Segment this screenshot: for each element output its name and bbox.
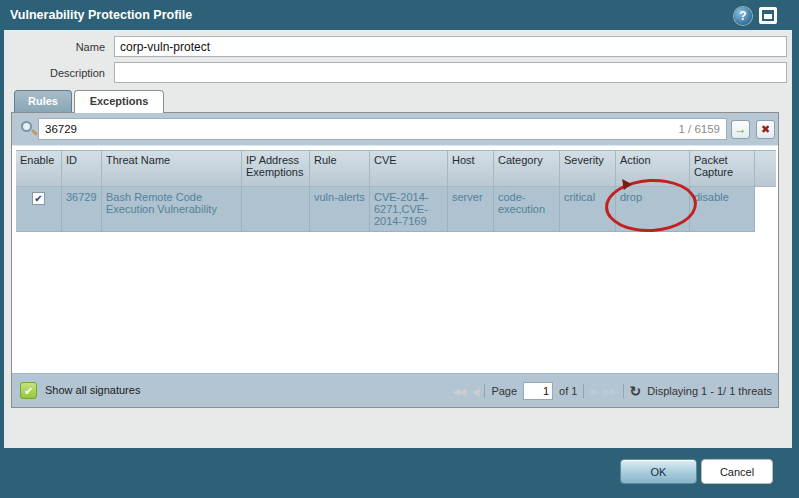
table-header-row: Enable ID Threat Name IP Address Exempti… [16,150,776,187]
ok-button[interactable]: OK [620,459,697,484]
column-header-enable[interactable]: Enable [16,151,62,186]
table-row[interactable]: ✔ 36729 Bash Remote Code Execution Vulne… [16,187,776,232]
cell-packet-capture: disable [690,187,755,232]
column-header-packet-capture[interactable]: Packet Capture [690,151,755,186]
column-header-spacer [755,151,776,186]
page-of-label: of 1 [559,385,577,397]
exceptions-panel: 36729 1 / 6159 → ✖ Enable ID Threat Name… [11,112,779,408]
last-page-icon[interactable]: ▶▶ [603,386,616,397]
window-restore-icon[interactable] [759,7,777,24]
name-label: Name [4,36,105,58]
cell-threat-name: Bash Remote Code Execution Vulnerability [102,187,242,232]
search-value: 36729 [45,123,77,135]
pager-divider [583,384,584,398]
first-page-icon[interactable]: ◀◀ [452,386,465,397]
help-icon[interactable]: ? [734,7,752,25]
search-icon [21,121,32,132]
cell-ip-address-exemptions [242,187,310,232]
cell-category: code-execution [494,187,560,232]
exceptions-table: Enable ID Threat Name IP Address Exempti… [16,150,776,232]
dialog-footer: OK Cancel [0,448,799,498]
column-header-action[interactable]: Action [616,151,690,186]
displaying-status: Displaying 1 - 1/ 1 threats [647,385,772,397]
search-clear-button[interactable]: ✖ [756,120,775,139]
search-input[interactable]: 36729 1 / 6159 [38,118,727,140]
show-all-signatures-label: Show all signatures [45,384,140,396]
column-header-host[interactable]: Host [448,151,494,186]
show-all-signatures-checkbox[interactable]: ✔ [20,382,37,399]
search-result-count: 1 / 6159 [678,123,720,135]
dialog-title: Vulnerability Protection Profile [10,8,192,22]
column-header-category[interactable]: Category [494,151,560,186]
page-label: Page [491,385,517,397]
window-restore-glyph [762,10,774,21]
cell-cve: CVE-2014-6271,CVE-2014-7169 [370,187,448,232]
prev-page-icon[interactable]: ◀ [472,386,479,397]
pagination-bar: ◀◀ ◀ Page of 1 ▶ ▶▶ ↻ Displaying 1 - 1/ … [452,374,772,408]
description-label: Description [4,62,105,84]
cell-rule: vuln-alerts [310,187,370,232]
cancel-button[interactable]: Cancel [701,459,773,484]
cell-action: drop [616,187,690,232]
description-field[interactable] [114,62,787,83]
name-field[interactable] [114,36,787,57]
column-header-rule[interactable]: Rule [310,151,370,186]
page-number-input[interactable] [523,382,553,400]
table-statusbar: ✔ Show all signatures ◀◀ ◀ Page of 1 ▶ ▶… [12,373,778,407]
column-header-id[interactable]: ID [62,151,102,186]
pager-divider [623,384,624,398]
cell-enable: ✔ [16,187,62,232]
cell-severity: critical [560,187,616,232]
dialog-body: Name Description Rules Exceptions 36729 … [4,30,792,448]
cell-id: 36729 [62,187,102,232]
search-icon-handle [31,129,38,136]
column-header-ip-address-exemptions[interactable]: IP Address Exemptions [242,151,310,186]
tab-rules[interactable]: Rules [14,90,72,112]
cell-host: server [448,187,494,232]
tab-exceptions[interactable]: Exceptions [74,90,164,113]
pager-divider [484,384,485,398]
search-toolbar: 36729 1 / 6159 → ✖ [12,113,778,146]
refresh-icon[interactable]: ↻ [630,383,642,399]
next-page-icon[interactable]: ▶ [590,386,597,397]
search-go-button[interactable]: → [731,120,750,139]
column-header-threat-name[interactable]: Threat Name [102,151,242,186]
enable-checkbox[interactable]: ✔ [32,192,45,205]
vulnerability-protection-profile-dialog: Vulnerability Protection Profile ? Name … [0,0,799,498]
dialog-titlebar: Vulnerability Protection Profile ? [0,0,799,30]
column-header-cve[interactable]: CVE [370,151,448,186]
column-header-severity[interactable]: Severity [560,151,616,186]
